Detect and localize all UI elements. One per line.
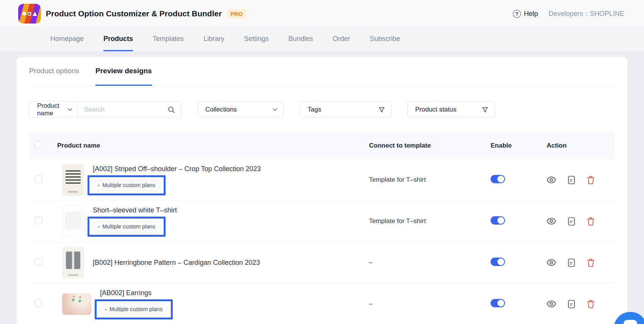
table-row: Short–sleeved white T–shirt • Multiple c… bbox=[29, 201, 615, 242]
tab-preview-designs[interactable]: Preview designs bbox=[95, 57, 152, 86]
trash-icon bbox=[587, 258, 595, 267]
note-button[interactable] bbox=[568, 217, 575, 226]
funnel-icon bbox=[482, 107, 488, 113]
column-header-action: Action bbox=[538, 142, 615, 149]
preview-button[interactable] bbox=[547, 259, 556, 266]
badge-label: Multiple custom plans bbox=[109, 306, 162, 312]
search-input[interactable] bbox=[84, 106, 168, 113]
tags-filter[interactable]: Tags bbox=[300, 101, 391, 118]
product-thumbnail bbox=[62, 293, 91, 315]
product-status-filter[interactable]: Product status bbox=[407, 101, 495, 118]
product-title: [B002] Herringbone Pattern – Cardigan Co… bbox=[93, 258, 260, 267]
product-thumbnail bbox=[62, 247, 84, 278]
trash-icon bbox=[587, 300, 595, 308]
developers-value: SHOPLINE bbox=[590, 10, 624, 17]
filter-bar: Product name Collections Tags Product st… bbox=[29, 101, 615, 118]
product-title: [AB002] Earrings bbox=[100, 288, 173, 297]
nav-tab-bundles[interactable]: Bundles bbox=[288, 28, 313, 51]
logo-circle-shape bbox=[22, 12, 26, 16]
column-header-connect-to-template: Connect to template bbox=[369, 142, 486, 149]
note-button[interactable] bbox=[568, 300, 575, 308]
content-card: Product options Preview designs Product … bbox=[17, 57, 627, 324]
eye-icon bbox=[547, 259, 556, 266]
collections-label: Collections bbox=[205, 106, 237, 113]
template-cell: – bbox=[369, 259, 486, 266]
help-button[interactable]: ? Help bbox=[513, 10, 538, 18]
page-title: Product Option Customizer & Product Bund… bbox=[46, 9, 222, 18]
product-title: Short–sleeved white T–shirt bbox=[93, 206, 177, 215]
column-header-enable: Enable bbox=[486, 142, 538, 149]
template-cell: Template for T–shirt bbox=[369, 217, 486, 225]
note-icon bbox=[568, 258, 575, 267]
collections-filter[interactable]: Collections bbox=[197, 101, 284, 118]
search-type-label: Product name bbox=[37, 102, 67, 117]
question-mark-icon: ? bbox=[513, 10, 521, 18]
note-button[interactable] bbox=[568, 176, 575, 184]
nav-tab-homepage[interactable]: Homepage bbox=[50, 28, 84, 51]
delete-button[interactable] bbox=[587, 258, 595, 267]
app-logo-icon bbox=[18, 4, 41, 24]
select-all-checkbox[interactable] bbox=[35, 141, 42, 149]
trash-icon bbox=[587, 176, 595, 184]
table-row: [AB002] Earrings • Multiple custom plans… bbox=[29, 283, 615, 324]
enable-toggle[interactable] bbox=[491, 299, 505, 307]
preview-button[interactable] bbox=[547, 217, 556, 225]
nav-tab-templates[interactable]: Templates bbox=[153, 28, 184, 51]
developers-info: Developers：SHOPLINE bbox=[549, 9, 624, 18]
preview-button[interactable] bbox=[547, 176, 556, 184]
search-wrap bbox=[78, 102, 181, 118]
nav-tab-library[interactable]: Library bbox=[203, 28, 224, 51]
delete-button[interactable] bbox=[587, 217, 595, 226]
logo-triangle-shape bbox=[33, 12, 37, 16]
template-cell: Template for T–shirt bbox=[369, 176, 486, 184]
search-group: Product name bbox=[29, 101, 181, 118]
table-body: [A002] Striped Off–shoulder – Crop Top C… bbox=[29, 159, 615, 324]
badge-dot-icon: • bbox=[98, 224, 100, 230]
badge-highlight-box: • Multiple custom plans bbox=[95, 299, 173, 319]
preview-button[interactable] bbox=[547, 300, 556, 308]
badge-highlight-box: • Multiple custom plans bbox=[88, 217, 166, 237]
delete-button[interactable] bbox=[587, 300, 595, 308]
tab-product-options[interactable]: Product options bbox=[29, 57, 79, 86]
trash-icon bbox=[587, 217, 595, 226]
enable-toggle[interactable] bbox=[491, 258, 505, 266]
badge-label: Multiple custom plans bbox=[102, 182, 155, 188]
row-checkbox[interactable] bbox=[35, 175, 42, 183]
funnel-icon bbox=[378, 107, 385, 113]
eye-icon bbox=[547, 176, 556, 184]
row-checkbox[interactable] bbox=[35, 217, 42, 224]
product-thumbnail bbox=[62, 205, 84, 237]
eye-icon bbox=[547, 300, 556, 308]
row-checkbox[interactable] bbox=[35, 258, 42, 266]
chevron-down-icon bbox=[272, 108, 277, 111]
help-label: Help bbox=[524, 10, 538, 18]
delete-button[interactable] bbox=[587, 176, 595, 184]
badge-label: Multiple custom plans bbox=[102, 223, 155, 230]
badge-highlight-box: • Multiple custom plans bbox=[88, 175, 166, 195]
note-icon bbox=[568, 176, 575, 184]
multiple-custom-plans-badge: • Multiple custom plans bbox=[92, 221, 161, 232]
chevron-down-icon bbox=[67, 108, 72, 111]
products-table: Product name Connect to template Enable … bbox=[29, 132, 615, 324]
pro-badge: PRO bbox=[227, 9, 246, 19]
search-type-select[interactable]: Product name bbox=[30, 102, 78, 118]
tags-label: Tags bbox=[308, 106, 321, 113]
product-status-label: Product status bbox=[415, 106, 456, 113]
nav-tab-products[interactable]: Products bbox=[103, 28, 133, 51]
nav-tab-subscribe[interactable]: Subscribe bbox=[370, 28, 400, 51]
note-button[interactable] bbox=[568, 258, 575, 267]
nav-tab-settings[interactable]: Settings bbox=[244, 28, 269, 51]
badge-dot-icon: • bbox=[105, 307, 107, 312]
nav-tab-order[interactable]: Order bbox=[333, 28, 350, 51]
multiple-custom-plans-badge: • Multiple custom plans bbox=[100, 304, 168, 315]
template-cell: – bbox=[369, 300, 486, 308]
sub-tabs: Product options Preview designs bbox=[29, 57, 615, 86]
note-icon bbox=[568, 217, 575, 226]
badge-dot-icon: • bbox=[98, 182, 100, 188]
note-icon bbox=[568, 300, 575, 308]
row-checkbox[interactable] bbox=[35, 299, 42, 307]
eye-icon bbox=[547, 217, 556, 225]
enable-toggle[interactable] bbox=[491, 216, 505, 225]
enable-toggle[interactable] bbox=[491, 175, 505, 183]
product-title: [A002] Striped Off–shoulder – Crop Top C… bbox=[93, 164, 261, 173]
